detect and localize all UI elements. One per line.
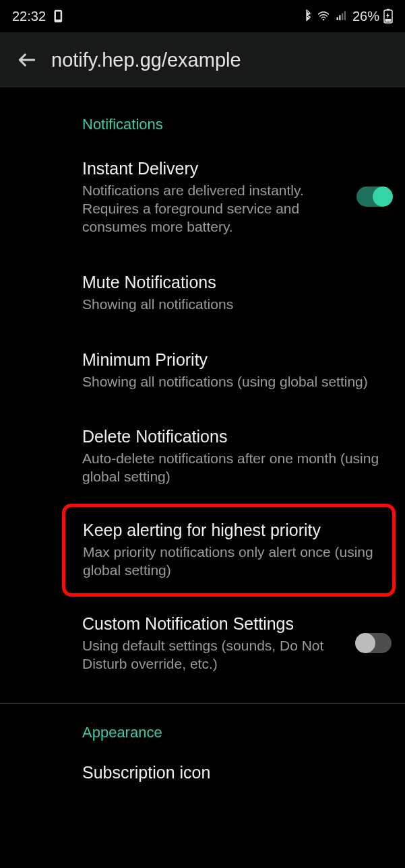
bluetooth-icon bbox=[301, 9, 312, 23]
status-time: 22:32 bbox=[12, 9, 46, 24]
setting-title: Instant Delivery bbox=[82, 158, 347, 179]
setting-subtitle: Showing all notifications bbox=[82, 296, 386, 314]
setting-title: Mute Notifications bbox=[82, 271, 386, 293]
setting-keep-alerting[interactable]: Keep alerting for highest priority Max p… bbox=[83, 519, 381, 580]
section-header-appearance: Appearance bbox=[0, 704, 405, 748]
svg-rect-4 bbox=[339, 15, 340, 21]
battery-icon bbox=[383, 9, 393, 24]
setting-minimum-priority[interactable]: Minimum Priority Showing all notificatio… bbox=[0, 331, 405, 409]
setting-subscription-icon[interactable]: Subscription icon bbox=[0, 748, 405, 791]
setting-subtitle: Notifications are delivered instantly. R… bbox=[82, 182, 347, 236]
svg-rect-6 bbox=[344, 11, 346, 21]
setting-mute-notifications[interactable]: Mute Notifications Showing all notificat… bbox=[0, 254, 405, 331]
phone-link-icon bbox=[53, 9, 66, 23]
settings-list: Notifications Instant Delivery Notificat… bbox=[0, 88, 405, 791]
page-title: notify.hep.gg/example bbox=[51, 49, 241, 71]
toggle-instant-delivery[interactable] bbox=[356, 187, 392, 207]
arrow-left-icon bbox=[16, 49, 38, 71]
setting-instant-delivery[interactable]: Instant Delivery Notifications are deliv… bbox=[0, 140, 405, 254]
status-bar: 22:32 26% bbox=[0, 0, 405, 32]
toggle-knob bbox=[373, 187, 393, 207]
app-bar: notify.hep.gg/example bbox=[0, 32, 405, 88]
svg-point-2 bbox=[323, 19, 324, 20]
setting-subtitle: Auto-delete notifications after one mont… bbox=[82, 450, 386, 486]
setting-subtitle: Showing all notifications (using global … bbox=[82, 373, 386, 391]
svg-rect-9 bbox=[385, 19, 392, 22]
wifi-icon bbox=[316, 10, 331, 22]
svg-rect-1 bbox=[56, 11, 61, 20]
setting-subtitle: Using default settings (sounds, Do Not D… bbox=[82, 637, 347, 673]
setting-delete-notifications[interactable]: Delete Notifications Auto-delete notific… bbox=[0, 408, 405, 504]
battery-text: 26% bbox=[352, 9, 379, 24]
setting-title: Minimum Priority bbox=[82, 349, 386, 370]
highlight-annotation: Keep alerting for highest priority Max p… bbox=[62, 504, 396, 597]
signal-icon bbox=[335, 10, 348, 22]
toggle-custom-notification[interactable] bbox=[356, 633, 392, 653]
svg-rect-3 bbox=[336, 18, 338, 21]
back-button[interactable] bbox=[3, 36, 51, 84]
setting-subtitle: Max priority notifications only alert on… bbox=[83, 543, 381, 580]
setting-title: Custom Notification Settings bbox=[82, 613, 347, 634]
setting-title: Subscription icon bbox=[82, 762, 386, 783]
svg-rect-5 bbox=[342, 13, 343, 21]
section-header-notifications: Notifications bbox=[0, 88, 405, 140]
toggle-knob bbox=[355, 633, 375, 653]
setting-title: Delete Notifications bbox=[82, 426, 386, 447]
svg-rect-8 bbox=[387, 9, 390, 10]
setting-custom-notification[interactable]: Custom Notification Settings Using defau… bbox=[0, 597, 405, 691]
setting-title: Keep alerting for highest priority bbox=[83, 519, 381, 541]
